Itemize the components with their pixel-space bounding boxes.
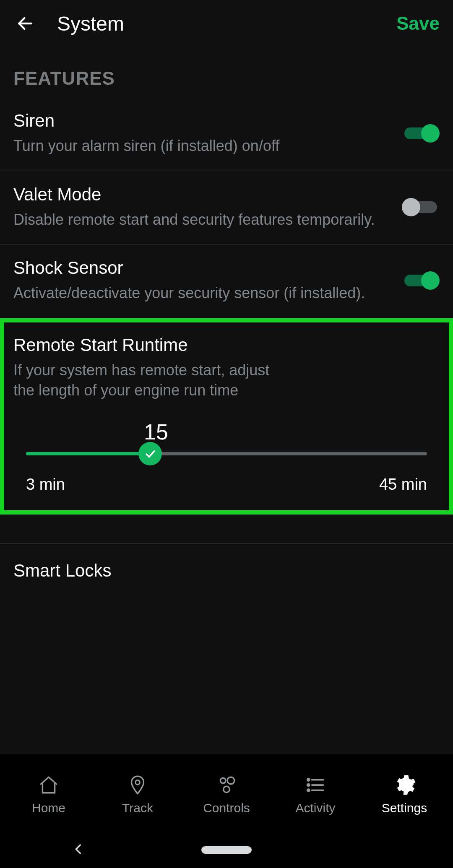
chevron-left-icon — [71, 842, 86, 856]
item-title: Shock Sensor — [13, 258, 393, 278]
slider-max-label: 45 min — [379, 476, 427, 494]
svg-point-5 — [307, 779, 310, 781]
item-desc: Activate/deactivate your security sensor… — [13, 283, 393, 304]
svg-point-4 — [224, 786, 230, 793]
siren-toggle[interactable] — [402, 124, 440, 143]
svg-point-3 — [227, 777, 234, 784]
back-button[interactable] — [13, 12, 37, 35]
setting-item-runtime: Remote Start Runtime If your system has … — [0, 318, 453, 515]
slider-range-labels: 3 min 45 min — [26, 476, 427, 494]
item-desc: If your system has remote start, adjust … — [13, 360, 273, 401]
item-desc: Disable remote start and security featur… — [13, 210, 393, 230]
android-nav-bar — [0, 832, 453, 868]
header: System Save — [0, 0, 453, 47]
runtime-slider[interactable]: 15 3 min 45 min — [13, 419, 440, 494]
tab-label: Activity — [295, 801, 335, 815]
tab-bar: Home Track Controls — [0, 754, 453, 832]
slider-min-label: 3 min — [26, 476, 65, 494]
slider-value: 15 — [0, 419, 357, 444]
slider-thumb[interactable] — [138, 442, 162, 465]
slider-fill — [26, 452, 150, 455]
svg-point-1 — [135, 780, 140, 785]
tab-controls[interactable]: Controls — [182, 773, 271, 815]
tab-label: Track — [122, 801, 153, 815]
setting-item-smartlocks[interactable]: Smart Locks — [0, 544, 453, 581]
setting-item-siren: Siren Turn your alarm siren (if installe… — [0, 97, 453, 171]
tab-home[interactable]: Home — [4, 773, 93, 815]
save-button[interactable]: Save — [396, 13, 440, 34]
controls-icon — [215, 773, 238, 797]
list-icon — [304, 773, 327, 797]
item-title: Siren — [13, 111, 393, 131]
svg-point-9 — [307, 789, 310, 791]
tab-label: Controls — [203, 801, 250, 815]
tab-label: Home — [32, 801, 65, 815]
valet-toggle[interactable] — [402, 198, 440, 216]
slider-track — [26, 452, 427, 455]
section-gap — [0, 515, 453, 544]
svg-point-2 — [220, 778, 226, 783]
tab-settings[interactable]: Settings — [360, 773, 449, 815]
item-title: Remote Start Runtime — [13, 335, 440, 355]
setting-item-shock: Shock Sensor Activate/deactivate your se… — [0, 244, 453, 318]
item-title: Valet Mode — [13, 185, 393, 205]
tab-label: Settings — [382, 801, 427, 815]
content: FEATURES Siren Turn your alarm siren (if… — [0, 47, 453, 754]
svg-point-7 — [307, 784, 310, 786]
gear-icon — [393, 773, 416, 797]
section-header-features: FEATURES — [0, 47, 453, 97]
shock-toggle[interactable] — [402, 271, 440, 290]
tab-activity[interactable]: Activity — [271, 773, 360, 815]
check-icon — [144, 447, 156, 460]
android-back-button[interactable] — [71, 842, 86, 858]
item-desc: Turn your alarm siren (if installed) on/… — [13, 136, 393, 156]
setting-item-valet: Valet Mode Disable remote start and secu… — [0, 171, 453, 245]
pin-icon — [126, 773, 149, 797]
home-icon — [37, 773, 60, 797]
page-title: System — [57, 12, 124, 35]
arrow-left-icon — [16, 14, 34, 33]
android-home-pill[interactable] — [201, 846, 252, 854]
app-root: System Save FEATURES Siren Turn your ala… — [0, 0, 453, 832]
tab-track[interactable]: Track — [93, 773, 182, 815]
